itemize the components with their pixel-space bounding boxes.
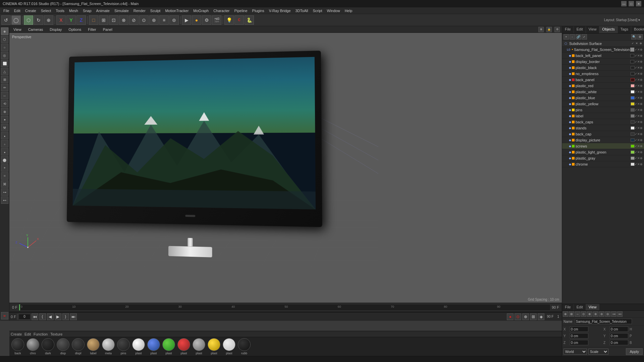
br-name-input[interactable]: [575, 319, 632, 324]
left-tool-21[interactable]: ⊶: [1, 188, 8, 196]
material-displ[interactable]: displ: [71, 338, 85, 356]
list-item[interactable]: ◆ plastic_white ✓ ✕ ⊕: [562, 89, 644, 95]
br-btn-6[interactable]: ⊛: [593, 311, 598, 317]
material-plast-green[interactable]: plast: [162, 338, 176, 356]
anim-keyframe-btn[interactable]: ◈: [538, 313, 544, 320]
obj-vis[interactable]: ✓: [635, 120, 637, 124]
list-item[interactable]: ◆ plastic_gray ✓ ✕ ⊕: [562, 155, 644, 161]
left-tool-18[interactable]: ⌖: [1, 164, 8, 172]
obj-ctrl-2[interactable]: ✕: [635, 42, 639, 46]
expand-viewport-button[interactable]: ⊞: [538, 27, 544, 32]
options-menu[interactable]: Options: [66, 27, 83, 32]
tool-button-5[interactable]: ⊙: [139, 15, 149, 25]
menu-script[interactable]: Script: [311, 8, 324, 13]
material-plast-gray[interactable]: plast: [192, 338, 206, 356]
obj-vis-x[interactable]: ✕: [637, 84, 640, 87]
menu-mograph[interactable]: MoGraph: [191, 8, 211, 13]
obj-vis-p[interactable]: ⊕: [640, 102, 643, 106]
obj-vis[interactable]: ✓: [635, 138, 637, 142]
material-chrome[interactable]: chro: [26, 338, 40, 356]
obj-vis-1[interactable]: ✓: [635, 54, 637, 57]
rp-check-btn[interactable]: ✓: [582, 34, 587, 40]
obj-vis-x[interactable]: ✕: [637, 126, 640, 130]
obj-vis-2[interactable]: ✕: [637, 54, 640, 57]
anim-play-back-btn[interactable]: ◀: [47, 313, 54, 320]
z-axis-button[interactable]: Z: [76, 15, 86, 25]
menu-edit[interactable]: Edit: [12, 8, 22, 13]
obj-vis-p[interactable]: ⊕: [640, 96, 643, 100]
obj-vis-p[interactable]: ⊕: [640, 163, 643, 166]
material-label[interactable]: label: [86, 338, 100, 356]
obj-vis-p[interactable]: ⊕: [640, 150, 643, 154]
list-item[interactable]: ◆ back_left_panel ✓ ✕ ⊕: [562, 53, 644, 59]
menu-sculpt[interactable]: Sculpt: [148, 8, 163, 13]
menu-file[interactable]: File: [1, 8, 11, 13]
rotate-button[interactable]: ↻: [34, 15, 43, 25]
list-item[interactable]: ◆ plastic_black ✓ ✕ ⊕: [562, 65, 644, 71]
br-btn-3[interactable]: ↔: [575, 311, 580, 317]
tool-button-2[interactable]: ⊡: [109, 15, 118, 25]
anim-key-btn[interactable]: ⊕: [522, 313, 529, 320]
list-item[interactable]: ◆ plastic_yellow ✓ ✕ ⊕: [562, 101, 644, 107]
left-tool-6[interactable]: △: [1, 68, 8, 75]
br-tab-view[interactable]: View: [586, 304, 600, 310]
tool-button-3[interactable]: ⊗: [119, 15, 128, 25]
obj-vis[interactable]: ✓: [635, 157, 637, 160]
menu-create[interactable]: Create: [23, 8, 38, 13]
apply-button[interactable]: Apply: [626, 348, 643, 355]
left-tool-22[interactable]: ⊷: [1, 196, 8, 204]
anim-frame-input[interactable]: [18, 314, 31, 320]
maxon-logo-button[interactable]: M: [1, 312, 8, 319]
obj-vis[interactable]: ✓: [635, 90, 637, 94]
obj-vis[interactable]: ✓: [635, 150, 637, 154]
menu-help[interactable]: Help: [343, 8, 355, 13]
obj-vis-p[interactable]: ⊕: [640, 78, 643, 81]
view-menu[interactable]: View: [11, 27, 23, 32]
timeline-ruler[interactable]: 0 F 0 10 20 30 40 50 60 70 80 90: [9, 303, 562, 312]
br-btn-10[interactable]: ⊷: [617, 311, 623, 317]
tool-button-6[interactable]: ⊛: [149, 15, 159, 25]
world-dropdown[interactable]: World: [564, 349, 587, 355]
obj-vis-p[interactable]: ⊕: [640, 132, 643, 136]
list-item[interactable]: ◆ screws ✓ ✕ ⊕: [562, 143, 644, 149]
redo-button[interactable]: ◯: [11, 15, 21, 25]
left-tool-8[interactable]: ✏: [1, 84, 8, 91]
obj-vis-x[interactable]: ✕: [637, 138, 640, 142]
obj-vis-p[interactable]: ⊕: [640, 108, 643, 112]
obj-vis-p[interactable]: ⊕: [640, 157, 643, 160]
obj-vis[interactable]: ✓: [635, 78, 637, 81]
mat-create-btn[interactable]: Create: [11, 332, 22, 336]
obj-ctrl-1[interactable]: ✓: [631, 42, 635, 46]
left-tool-17[interactable]: ⬤: [1, 156, 8, 164]
tool-button-8[interactable]: ⊜: [169, 15, 179, 25]
minimize-button[interactable]: —: [621, 1, 627, 6]
mode-model-button[interactable]: ⬡: [24, 15, 33, 25]
material-plast-yellow[interactable]: plast: [207, 338, 221, 356]
obj-vis[interactable]: ✓: [635, 126, 637, 130]
left-tool-13[interactable]: ⚒: [1, 124, 8, 131]
br-btn-2[interactable]: ⊞: [569, 311, 574, 317]
cameras-menu[interactable]: Cameras: [26, 27, 45, 32]
obj-vis-x[interactable]: ✕: [637, 114, 640, 118]
anim-step-back-btn[interactable]: ⟨: [39, 313, 46, 320]
anim-play-btn[interactable]: ⏮: [32, 313, 38, 320]
menu-motiontracker[interactable]: MotionTracker: [163, 8, 191, 13]
tab-view[interactable]: View: [586, 26, 600, 33]
list-item[interactable]: ◆ label ✓ ✕ ⊕: [562, 113, 644, 119]
br-btn-4[interactable]: ⊙: [581, 311, 586, 317]
material-dark[interactable]: dark: [41, 338, 55, 356]
left-tool-11[interactable]: ⊕: [1, 108, 8, 115]
menu-render[interactable]: Render: [131, 8, 148, 13]
obj-vis-3[interactable]: ⊕: [640, 54, 643, 57]
list-item[interactable]: ◆ display_picture ✓ ✕ ⊕: [562, 137, 644, 143]
obj-vis-p[interactable]: ⊕: [640, 60, 643, 63]
br-tab-edit[interactable]: Edit: [574, 304, 586, 310]
list-item[interactable]: ◆ plastic_blue ✓ ✕ ⊕: [562, 95, 644, 101]
menu-pipeline[interactable]: Pipeline: [232, 8, 249, 13]
material-meta[interactable]: meta: [101, 338, 115, 356]
cinema-logo-button[interactable]: C: [234, 15, 244, 25]
coord-y-size-input[interactable]: [610, 333, 628, 339]
left-tool-16[interactable]: ⬥: [1, 148, 8, 156]
tool-button-1[interactable]: ⊞: [99, 15, 108, 25]
obj-vis[interactable]: ✓: [635, 144, 637, 148]
